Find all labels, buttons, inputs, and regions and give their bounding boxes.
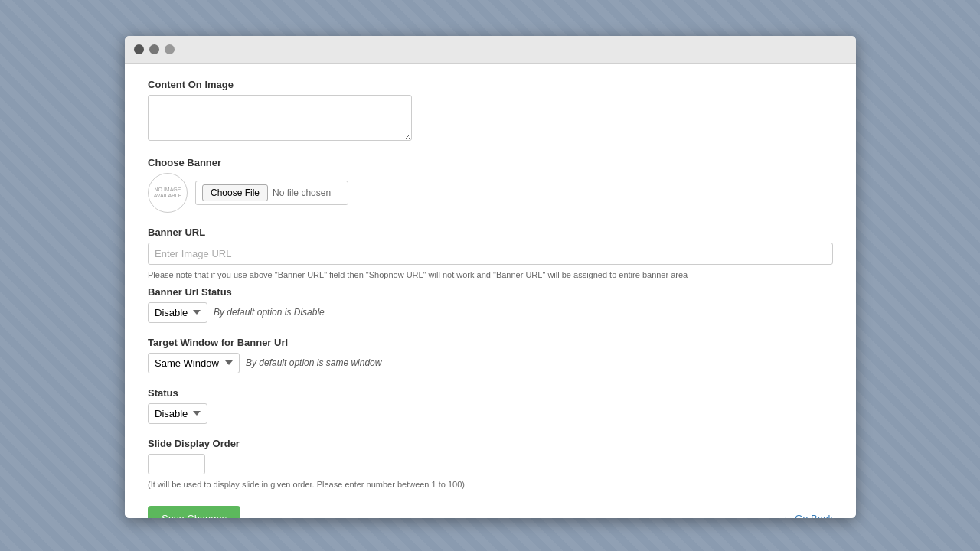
no-image-placeholder: NO IMAGE AVAILABLE <box>148 173 188 213</box>
status-select[interactable]: Disable Enable <box>148 403 207 424</box>
banner-url-hint: Please note that if you use above "Banne… <box>148 269 833 282</box>
close-button-icon[interactable] <box>134 44 144 54</box>
target-window-hint: By default option is same window <box>246 357 381 368</box>
content-on-image-group: Content On Image <box>148 79 833 143</box>
browser-window: Content On Image Choose Banner NO IMAGE … <box>125 36 856 518</box>
browser-content: Content On Image Choose Banner NO IMAGE … <box>125 64 856 518</box>
choose-file-button[interactable]: Choose File <box>202 184 268 201</box>
status-group: Status Disable Enable <box>148 387 833 424</box>
go-back-label: Go Back <box>795 513 833 518</box>
no-image-text: NO IMAGE AVAILABLE <box>154 187 182 200</box>
banner-url-status-hint: By default option is Disable <box>214 307 325 318</box>
banner-url-status-select[interactable]: Disable Enable <box>148 302 207 323</box>
content-on-image-textarea[interactable] <box>148 95 412 141</box>
slide-display-order-input[interactable] <box>148 454 205 474</box>
target-window-label: Target Window for Banner Url <box>148 337 833 348</box>
content-on-image-label: Content On Image <box>148 79 833 90</box>
slide-display-order-label: Slide Display Order <box>148 438 833 449</box>
banner-url-input[interactable] <box>148 243 833 265</box>
back-arrow-icon: ← <box>782 513 792 518</box>
target-window-group: Target Window for Banner Url Same Window… <box>148 337 833 373</box>
file-upload-row: NO IMAGE AVAILABLE Choose File No file c… <box>148 173 833 213</box>
file-name-text: No file chosen <box>273 187 331 198</box>
banner-url-status-label: Banner Url Status <box>148 286 833 298</box>
banner-url-status-group: Banner Url Status Disable Enable By defa… <box>148 286 833 323</box>
target-window-select[interactable]: Same Window New Window <box>148 353 240 373</box>
minimize-button-icon[interactable] <box>149 44 159 54</box>
file-input-wrapper: Choose File No file chosen <box>195 181 348 205</box>
maximize-button-icon[interactable] <box>165 44 175 54</box>
slide-display-order-group: Slide Display Order (It will be used to … <box>148 438 833 491</box>
choose-banner-label: Choose Banner <box>148 157 833 168</box>
banner-url-label: Banner URL <box>148 227 833 238</box>
banner-url-group: Banner URL Please note that if you use a… <box>148 227 833 282</box>
choose-banner-group: Choose Banner NO IMAGE AVAILABLE Choose … <box>148 157 833 213</box>
go-back-link[interactable]: ←Go Back <box>782 513 833 518</box>
form-actions: Save Changes ←Go Back <box>148 506 833 518</box>
slide-display-order-hint: (It will be used to display slide in giv… <box>148 478 833 491</box>
status-label: Status <box>148 387 833 399</box>
browser-titlebar <box>125 36 856 64</box>
save-changes-button[interactable]: Save Changes <box>148 506 240 518</box>
